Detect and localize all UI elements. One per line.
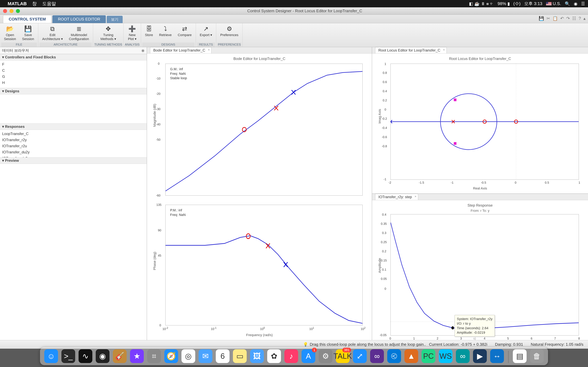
multimodel-config-button[interactable]: ≣MultimodelConfiguration (66, 25, 92, 42)
dock-matlab-icon[interactable]: ▲ (404, 349, 418, 363)
edit-architecture-icon: ⧉ (49, 25, 56, 32)
dock-terminal-icon[interactable]: >_ (61, 349, 75, 363)
dock-activity-icon[interactable]: ∿ (78, 349, 92, 363)
dock-xcode-icon[interactable]: ⤢ (353, 349, 367, 363)
close-icon[interactable]: × (415, 194, 416, 199)
response-item[interactable]: IOTransfer_r2u (2, 143, 145, 149)
notification-icon[interactable]: ☰ (581, 1, 585, 6)
dock-music-icon[interactable]: ♪ (284, 349, 298, 363)
dock-siri-icon[interactable]: ◉ (96, 349, 110, 363)
bode-magnitude-panel[interactable]: Bode Editor for LoopTransfer_C Magnitude… (147, 53, 372, 200)
window-minimize-button[interactable] (9, 9, 13, 13)
rlocus-axes[interactable]: 1 0.8 0.6 0.4 0.2 0 -0.2 -0.4 -0.6 -0.8 … (390, 64, 579, 180)
sidebar-responses-head[interactable]: ▾ Responses (0, 123, 147, 130)
step-axes[interactable]: 0.4 0.35 0.3 0.25 0.2 0.15 0.1 0.05 0 -0… (390, 214, 579, 335)
ribbon-tab-rlocus-editor[interactable]: ROOT LOCUS EDITOR (52, 15, 106, 23)
edit-architecture-label: EditArchitecture ▾ (42, 33, 63, 41)
bode-phase-axes[interactable]: P.M.: infFreq: NaN 135 90 45 0 10-2 10-1… (165, 205, 363, 325)
dock-preview-icon[interactable]: 🖼 (250, 349, 264, 363)
status-time: 오후 3:13 (524, 1, 542, 7)
menubar-app[interactable]: MATLAB (8, 1, 27, 6)
close-icon[interactable]: × (443, 48, 445, 52)
dock-launchpad-icon[interactable]: ⌗ (147, 349, 161, 363)
rlocus-tab[interactable]: Root Locus Editor for LoopTransfer_C× (375, 47, 447, 53)
dock-recent-doc-icon[interactable]: ▤ (513, 349, 527, 363)
qat-help-icon[interactable]: ? (579, 16, 581, 21)
dock-trash-icon[interactable]: 🗑 (530, 349, 544, 363)
dock-mail-icon[interactable]: ✉ (199, 349, 212, 363)
edit-architecture-button[interactable]: ⧉EditArchitecture ▾ (40, 25, 66, 42)
open-session-button[interactable]: 📂OpenSession (1, 25, 19, 42)
qat-undo-icon[interactable]: ↶ (560, 16, 564, 21)
dock-calendar-icon[interactable]: 6 (216, 349, 230, 363)
dock-vscode-icon[interactable]: ⧀ (387, 349, 401, 363)
menubar-menu-1[interactable]: 도움말 (42, 1, 56, 7)
svg-rect-20 (454, 142, 457, 145)
controller-item[interactable]: C (2, 67, 145, 74)
bode-phase-panel[interactable]: Phase (deg) P.M.: infFreq: NaN 135 90 45… (147, 200, 372, 340)
response-item[interactable]: IOTransfer_r2y (2, 137, 145, 143)
qat-redo-icon[interactable]: ↷ (566, 16, 570, 21)
qat-collapse-icon[interactable]: ▴ (583, 16, 586, 21)
qat-copy-icon[interactable]: 📋 (553, 16, 558, 21)
step-panel[interactable]: Step Response From: r To: y Amplitude 0.… (372, 200, 588, 340)
dock-webstorm-icon[interactable]: WS (439, 349, 452, 363)
export-label: Export ▾ (200, 33, 212, 37)
dock-pycharm-icon[interactable]: PC (422, 349, 435, 363)
hint-icon: 💡 (303, 342, 308, 347)
status-battery: 98% ▮ (498, 1, 510, 6)
sidebar-controllers-head[interactable]: ▾ Controllers and Fixed Blocks (0, 54, 147, 60)
ribbon-tab-view[interactable]: 보기 (107, 16, 123, 23)
bode-tab[interactable]: Bode Editor for LoopTransfer_C× (150, 47, 211, 53)
preferences-button[interactable]: ⚙Preferences (217, 25, 241, 38)
dock-arduino-icon[interactable]: ∞ (456, 349, 470, 363)
response-item[interactable]: IOTransfer_dy2y (2, 155, 145, 157)
retrieve-button[interactable]: ⤵Retrieve (156, 25, 174, 38)
controller-item[interactable]: F (2, 61, 145, 67)
rlocus-xlabel: Real Axis (377, 186, 583, 190)
spotlight-icon[interactable]: 🔍 (565, 1, 570, 6)
save-session-button[interactable]: 💾SaveSession (19, 25, 37, 42)
dock-appstore-icon[interactable]: A1 (302, 349, 315, 363)
controller-item[interactable]: G (2, 74, 145, 80)
ribbon-tab-control-system[interactable]: CONTROL SYSTEM (3, 15, 52, 23)
dock-vs-icon[interactable]: ∞ (370, 349, 384, 363)
retrieve-label: Retrieve (159, 33, 172, 37)
dock-photos-icon[interactable]: ✿ (267, 349, 281, 363)
store-button[interactable]: 🗄Store (142, 25, 156, 38)
export-button[interactable]: ↗Export ▾ (197, 25, 215, 38)
dock-processing-icon[interactable]: ▶ (473, 349, 487, 363)
dock-chrome-icon[interactable]: ◎ (182, 349, 195, 363)
dock-teamviewer-icon[interactable]: ↔ (490, 349, 504, 363)
dock-notes-icon[interactable]: ▭ (233, 349, 247, 363)
close-icon[interactable]: × (208, 48, 210, 52)
sidebar-collapse-icon[interactable]: ◉ (141, 48, 145, 53)
window-zoom-button[interactable] (16, 9, 20, 13)
window-close-button[interactable] (3, 9, 7, 13)
controller-item[interactable]: H (2, 80, 145, 86)
step-tab[interactable]: IOTransfer_r2y: step× (375, 194, 418, 200)
sidebar-designs-head[interactable]: ▾ Designs (0, 88, 147, 94)
dock-kakaotalk-icon[interactable]: TALK381 (336, 349, 350, 363)
response-item[interactable]: LoopTransfer_C (2, 131, 145, 137)
qat-dock-icon[interactable]: ☷ (572, 16, 576, 21)
new-plot-button[interactable]: ➕NewPlot ▾ (125, 25, 139, 42)
dock-garageband-icon[interactable]: 🎸 (113, 349, 127, 363)
ribbon-tabstrip: CONTROL SYSTEM ROOT LOCUS EDITOR 보기 💾 ✂ … (0, 15, 588, 23)
dock-safari-icon[interactable]: 🧭 (164, 349, 178, 363)
svg-rect-19 (454, 99, 457, 101)
response-item[interactable]: IOTransfer_du2y (2, 149, 145, 155)
dock-finder-icon[interactable]: ☺ (44, 349, 58, 363)
tuning-methods-button[interactable]: ✥TuningMethods ▾ (98, 25, 119, 42)
sidebar-preview-head[interactable]: ▾ Preview (0, 157, 147, 164)
dock-itunes-icon[interactable]: ★ (130, 349, 144, 363)
qat-save-icon[interactable]: 💾 (539, 16, 544, 21)
store-label: Store (145, 33, 153, 37)
menubar-menu-0[interactable]: 창 (32, 1, 37, 7)
compare-button[interactable]: ⇄Compare (175, 25, 194, 38)
qat-cut-icon[interactable]: ✂ (546, 16, 550, 21)
bode-mag-axes[interactable]: G.M.: infFreq: NaNStable loop 0 -10 -20 … (165, 64, 363, 196)
siri-icon[interactable]: ◉ (574, 1, 578, 6)
rlocus-panel[interactable]: Root Locus Editor for LoopTransfer_C Ima… (372, 53, 588, 193)
dock-prefs-icon[interactable]: ⚙ (319, 349, 332, 363)
